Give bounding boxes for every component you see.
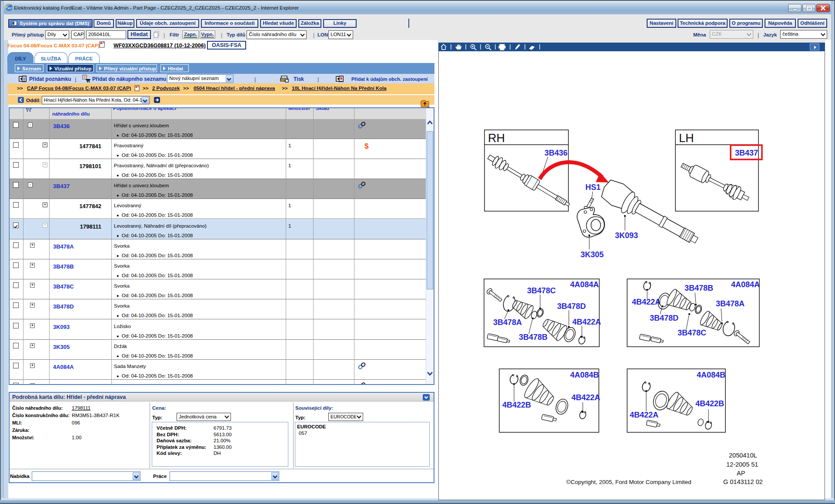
svg-text:G 0143112 02: G 0143112 02 (723, 478, 763, 485)
svg-text:4A084B: 4A084B (570, 371, 599, 379)
svg-text:4A084A: 4A084A (570, 280, 599, 289)
svg-text:3B478A: 3B478A (493, 318, 522, 327)
svg-text:3K305: 3K305 (581, 250, 604, 259)
svg-text:4B422A: 4B422A (572, 318, 601, 326)
svg-text:LH: LH (679, 132, 694, 145)
svg-text:4B422A: 4B422A (630, 411, 658, 419)
svg-text:4B422A: 4B422A (571, 393, 600, 402)
svg-text:3B478D: 3B478D (650, 314, 678, 322)
svg-text:12-2005 51: 12-2005 51 (726, 461, 758, 468)
svg-text:3K093: 3K093 (615, 231, 638, 240)
svg-text:3B478A: 3B478A (716, 299, 745, 308)
svg-text:4A084A: 4A084A (731, 280, 760, 289)
svg-text:AP: AP (737, 470, 745, 477)
svg-text:4B422A: 4B422A (632, 298, 661, 306)
svg-text:4B422B: 4B422B (695, 399, 724, 408)
svg-text:3B478D: 3B478D (557, 302, 586, 311)
svg-text:RH: RH (488, 132, 505, 145)
svg-text:4B422B: 4B422B (502, 401, 531, 409)
svg-text:3B436: 3B436 (544, 149, 568, 157)
svg-text:©Copyright, 2005, Ford Motor C: ©Copyright, 2005, Ford Motor Company Lim… (566, 479, 691, 485)
svg-text:3B478B: 3B478B (685, 284, 713, 292)
svg-text:4A084B: 4A084B (697, 371, 725, 379)
svg-text:3B478B: 3B478B (519, 333, 548, 342)
svg-text:3B478C: 3B478C (527, 286, 556, 295)
svg-text:3B437: 3B437 (735, 149, 758, 157)
svg-text:HS1: HS1 (585, 183, 601, 192)
svg-text:3B478C: 3B478C (678, 328, 706, 337)
svg-text:2050410L: 2050410L (729, 452, 757, 459)
